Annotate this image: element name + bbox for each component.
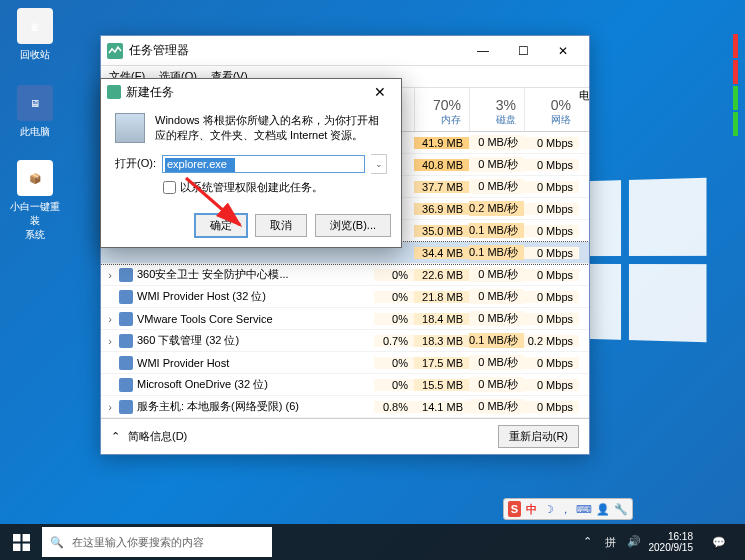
- cell-memory: 14.1 MB: [414, 401, 469, 413]
- tray-chevron-up-icon[interactable]: ⌃: [583, 535, 597, 549]
- dialog-description: Windows 将根据你所键入的名称，为你打开相应的程序、文件夹、文档或 Int…: [155, 113, 387, 144]
- table-row[interactable]: ›360 下载管理 (32 位)0.7%18.3 MB0.1 MB/秒0.2 M…: [101, 330, 589, 352]
- admin-label: 以系统管理权限创建此任务。: [180, 180, 323, 195]
- system-tray: ⌃ 拼 🔊 16:18 2020/9/15 💬: [583, 524, 746, 560]
- recycle-bin-icon: 🗑: [17, 8, 53, 44]
- dialog-close-button[interactable]: ✕: [365, 84, 395, 100]
- maximize-button[interactable]: ☐: [503, 37, 543, 65]
- process-icon: [119, 290, 133, 304]
- dialog-title: 新建任务: [126, 84, 365, 101]
- chevron-up-icon[interactable]: ⌃: [111, 430, 120, 443]
- svg-rect-6: [22, 543, 29, 550]
- cell-memory: 34.4 MB: [414, 247, 469, 259]
- cell-memory: 18.4 MB: [414, 313, 469, 325]
- tray-volume-icon[interactable]: 🔊: [627, 535, 641, 549]
- cell-network: 0 Mbps: [524, 357, 579, 369]
- ime-zh-icon[interactable]: 中: [525, 501, 538, 517]
- search-placeholder: 在这里输入你要搜索的内容: [72, 535, 204, 550]
- tm-titlebar[interactable]: 任务管理器 — ☐ ✕: [101, 36, 589, 66]
- this-pc-icon: 🖥: [17, 85, 53, 121]
- action-center-button[interactable]: 💬: [701, 524, 737, 560]
- cell-memory: 35.0 MB: [414, 225, 469, 237]
- run-icon: [115, 113, 145, 143]
- ime-wrench-icon[interactable]: 🔧: [614, 501, 628, 517]
- cell-network: 0 Mbps: [524, 225, 579, 237]
- cell-disk: 0.1 MB/秒: [469, 245, 524, 260]
- cell-cpu: 0%: [374, 357, 414, 369]
- ime-s-icon[interactable]: S: [508, 501, 521, 517]
- browse-button[interactable]: 浏览(B)...: [315, 214, 391, 237]
- admin-checkbox[interactable]: [163, 181, 176, 194]
- task-manager-icon: [107, 43, 123, 59]
- process-name: 服务主机: 本地服务(网络受限) (6): [137, 399, 299, 414]
- side-meter: [733, 34, 745, 138]
- cell-network: 0 Mbps: [524, 313, 579, 325]
- cell-memory: 21.8 MB: [414, 291, 469, 303]
- ime-keyboard-icon[interactable]: ⌨: [576, 501, 592, 517]
- process-name: Microsoft OneDrive (32 位): [137, 377, 268, 392]
- cell-disk: 0.2 MB/秒: [469, 201, 524, 216]
- desktop-icon-this-pc[interactable]: 🖥此电脑: [10, 85, 60, 139]
- start-button[interactable]: [0, 524, 42, 560]
- close-button[interactable]: ✕: [543, 37, 583, 65]
- cell-disk: 0 MB/秒: [469, 267, 524, 282]
- xiaobai-icon: 📦: [17, 160, 53, 196]
- col-memory[interactable]: 70%内存: [414, 88, 469, 131]
- col-network[interactable]: 0%网络: [524, 88, 579, 131]
- cell-cpu: 0.7%: [374, 335, 414, 347]
- cell-disk: 0 MB/秒: [469, 289, 524, 304]
- table-row[interactable]: ›服务主机: 本地服务(网络受限) (6)0.8%14.1 MB0 MB/秒0 …: [101, 396, 589, 418]
- taskbar-search[interactable]: 🔍 在这里输入你要搜索的内容: [42, 527, 272, 557]
- taskbar: 🔍 在这里输入你要搜索的内容 ⌃ 拼 🔊 16:18 2020/9/15 💬: [0, 524, 745, 560]
- cell-disk: 0.1 MB/秒: [469, 223, 524, 238]
- ime-comma-icon[interactable]: ，: [559, 501, 572, 517]
- cell-memory: 15.5 MB: [414, 379, 469, 391]
- table-row[interactable]: ›360安全卫士 安全防护中心模...0%22.6 MB0 MB/秒0 Mbps: [101, 264, 589, 286]
- cell-cpu: 0%: [374, 379, 414, 391]
- process-name: VMware Tools Core Service: [137, 313, 273, 325]
- ime-toolbar[interactable]: S 中 ☽ ， ⌨ 👤 🔧: [503, 498, 633, 520]
- col-power[interactable]: 电: [579, 88, 589, 131]
- ok-button[interactable]: 确定: [195, 214, 247, 237]
- process-icon: [119, 378, 133, 392]
- minimize-button[interactable]: —: [463, 37, 503, 65]
- cell-network: 0 Mbps: [524, 181, 579, 193]
- ime-moon-icon[interactable]: ☽: [542, 501, 555, 517]
- cell-memory: 40.8 MB: [414, 159, 469, 171]
- brief-info-link[interactable]: 简略信息(D): [128, 429, 187, 444]
- ime-person-icon[interactable]: 👤: [596, 501, 610, 517]
- cell-cpu: 0%: [374, 313, 414, 325]
- cell-disk: 0 MB/秒: [469, 157, 524, 172]
- cell-memory: 36.9 MB: [414, 203, 469, 215]
- task-manager-icon: [107, 85, 121, 99]
- open-input[interactable]: [162, 155, 365, 173]
- taskbar-clock[interactable]: 16:18 2020/9/15: [649, 531, 694, 553]
- process-icon: [119, 268, 133, 282]
- desktop-icon-recycle-bin[interactable]: 🗑回收站: [10, 8, 60, 62]
- process-icon: [119, 400, 133, 414]
- desktop-icon-xiaobai[interactable]: 📦小白一键重装 系统: [10, 160, 60, 242]
- col-disk[interactable]: 3%磁盘: [469, 88, 524, 131]
- restart-button[interactable]: 重新启动(R): [498, 425, 579, 448]
- cell-disk: 0 MB/秒: [469, 311, 524, 326]
- combo-drop-icon[interactable]: ⌄: [371, 154, 387, 174]
- cell-memory: 41.9 MB: [414, 137, 469, 149]
- dialog-titlebar[interactable]: 新建任务 ✕: [101, 79, 401, 105]
- cell-network: 0 Mbps: [524, 379, 579, 391]
- svg-rect-4: [22, 534, 29, 541]
- table-row[interactable]: Microsoft OneDrive (32 位)0%15.5 MB0 MB/秒…: [101, 374, 589, 396]
- process-icon: [119, 312, 133, 326]
- table-row[interactable]: WMI Provider Host0%17.5 MB0 MB/秒0 Mbps: [101, 352, 589, 374]
- new-task-dialog: 新建任务 ✕ Windows 将根据你所键入的名称，为你打开相应的程序、文件夹、…: [100, 78, 402, 248]
- table-row[interactable]: ›VMware Tools Core Service0%18.4 MB0 MB/…: [101, 308, 589, 330]
- table-row[interactable]: WMI Provider Host (32 位)0%21.8 MB0 MB/秒0…: [101, 286, 589, 308]
- cell-network: 0 Mbps: [524, 137, 579, 149]
- cell-network: 0 Mbps: [524, 247, 579, 259]
- tray-ime-icon[interactable]: 拼: [605, 535, 619, 549]
- cell-memory: 37.7 MB: [414, 181, 469, 193]
- search-icon: 🔍: [50, 536, 64, 549]
- cell-disk: 0 MB/秒: [469, 399, 524, 414]
- process-name: 360 下载管理 (32 位): [137, 333, 239, 348]
- cancel-button[interactable]: 取消: [255, 214, 307, 237]
- cell-disk: 0 MB/秒: [469, 179, 524, 194]
